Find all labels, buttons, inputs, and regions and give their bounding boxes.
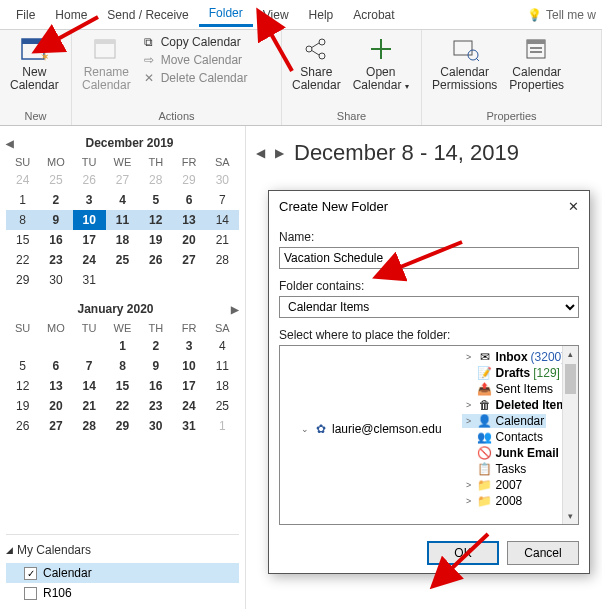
calendar-day[interactable]: 10: [73, 210, 106, 230]
calendar-day[interactable]: 6: [172, 190, 205, 210]
calendar-day[interactable]: 23: [139, 396, 172, 416]
calendar-day[interactable]: 20: [172, 230, 205, 250]
tab-help[interactable]: Help: [299, 4, 344, 26]
calendar-day[interactable]: 11: [206, 356, 239, 376]
delete-calendar-button[interactable]: ✕Delete Calendar: [137, 70, 252, 86]
calendar-day[interactable]: 11: [106, 210, 139, 230]
calendar-day[interactable]: 30: [139, 416, 172, 436]
calendar-day[interactable]: 13: [39, 376, 72, 396]
calendar-day[interactable]: 22: [6, 250, 39, 270]
tell-me[interactable]: 💡 Tell me w: [527, 8, 596, 22]
folder-contains-select[interactable]: Calendar Items: [279, 296, 579, 318]
tab-view[interactable]: View: [253, 4, 299, 26]
calendar-day[interactable]: 21: [206, 230, 239, 250]
calendar-day[interactable]: 28: [206, 250, 239, 270]
calendar-day[interactable]: 16: [39, 230, 72, 250]
cancel-button[interactable]: Cancel: [507, 541, 579, 565]
copy-calendar-button[interactable]: ⧉Copy Calendar: [137, 34, 252, 50]
calendar-day[interactable]: 19: [139, 230, 172, 250]
calendar-day[interactable]: 29: [6, 270, 39, 290]
open-calendar-button[interactable]: Open Calendar ▾: [347, 32, 415, 95]
calendar-day[interactable]: 18: [106, 230, 139, 250]
calendar-day[interactable]: 3: [172, 336, 205, 356]
tab-file[interactable]: File: [6, 4, 45, 26]
calendar-day[interactable]: 29: [106, 416, 139, 436]
calendar-day[interactable]: 16: [139, 376, 172, 396]
calendar-day[interactable]: 30: [206, 170, 239, 190]
calendar-day[interactable]: 6: [39, 356, 72, 376]
calendar-list-item[interactable]: ✓Calendar: [6, 563, 239, 583]
checkbox[interactable]: [24, 587, 37, 600]
calendar-day[interactable]: 27: [39, 416, 72, 436]
calendar-day[interactable]: 29: [172, 170, 205, 190]
calendar-day[interactable]: 24: [6, 170, 39, 190]
prev-month-icon[interactable]: ◀: [6, 138, 14, 149]
move-calendar-button[interactable]: ⇨Move Calendar: [137, 52, 252, 68]
calendar-day[interactable]: 12: [6, 376, 39, 396]
calendar-day[interactable]: 15: [6, 230, 39, 250]
calendar-day[interactable]: 18: [206, 376, 239, 396]
calendar-day[interactable]: 24: [172, 396, 205, 416]
prev-week-icon[interactable]: ◀: [256, 146, 265, 160]
calendar-day[interactable]: 3: [73, 190, 106, 210]
calendar-day[interactable]: 1: [6, 190, 39, 210]
calendar-day[interactable]: 9: [39, 210, 72, 230]
calendar-day[interactable]: 1: [106, 336, 139, 356]
calendar-permissions-button[interactable]: Calendar Permissions: [426, 32, 503, 94]
calendar-day[interactable]: [39, 336, 72, 356]
calendar-day[interactable]: 10: [172, 356, 205, 376]
calendar-day[interactable]: 5: [6, 356, 39, 376]
calendar-day[interactable]: 17: [172, 376, 205, 396]
tree-scrollbar[interactable]: ▴ ▾: [562, 346, 578, 524]
calendar-day[interactable]: 22: [106, 396, 139, 416]
calendar-day[interactable]: 26: [73, 170, 106, 190]
calendar-day[interactable]: 23: [39, 250, 72, 270]
calendar-day[interactable]: 17: [73, 230, 106, 250]
folder-name-input[interactable]: [279, 247, 579, 269]
calendar-day[interactable]: 2: [139, 336, 172, 356]
calendar-day[interactable]: 9: [139, 356, 172, 376]
calendar-day[interactable]: 12: [139, 210, 172, 230]
calendar-day[interactable]: 19: [6, 396, 39, 416]
next-week-icon[interactable]: ▶: [275, 146, 284, 160]
my-calendars-header[interactable]: ◢ My Calendars: [6, 543, 239, 557]
scroll-thumb[interactable]: [565, 364, 576, 394]
calendar-day[interactable]: 24: [73, 250, 106, 270]
tab-home[interactable]: Home: [45, 4, 97, 26]
new-calendar-button[interactable]: ✶ New Calendar: [4, 32, 65, 94]
calendar-day[interactable]: 27: [106, 170, 139, 190]
calendar-day[interactable]: 4: [106, 190, 139, 210]
tree-root-item[interactable]: ⌄✿laurie@clemson.edu>✉Inbox (3200)📝Draft…: [298, 348, 576, 510]
tab-folder[interactable]: Folder: [199, 2, 253, 27]
tab-acrobat[interactable]: Acrobat: [343, 4, 404, 26]
calendar-day[interactable]: 8: [106, 356, 139, 376]
calendar-day[interactable]: 21: [73, 396, 106, 416]
calendar-day[interactable]: 13: [172, 210, 205, 230]
calendar-day[interactable]: 7: [206, 190, 239, 210]
calendar-day[interactable]: 5: [139, 190, 172, 210]
calendar-day[interactable]: 4: [206, 336, 239, 356]
folder-tree[interactable]: ⌄✿laurie@clemson.edu>✉Inbox (3200)📝Draft…: [279, 345, 579, 525]
calendar-day[interactable]: 1: [206, 416, 239, 436]
calendar-day[interactable]: 20: [39, 396, 72, 416]
tab-send-receive[interactable]: Send / Receive: [97, 4, 198, 26]
calendar-day[interactable]: [139, 270, 172, 290]
calendar-day[interactable]: 15: [106, 376, 139, 396]
scroll-up-icon[interactable]: ▴: [563, 346, 578, 362]
share-calendar-button[interactable]: Share Calendar: [286, 32, 347, 94]
calendar-properties-button[interactable]: Calendar Properties: [503, 32, 570, 94]
calendar-day[interactable]: [73, 336, 106, 356]
ok-button[interactable]: OK: [427, 541, 499, 565]
rename-calendar-button[interactable]: Rename Calendar: [76, 32, 137, 94]
calendar-day[interactable]: 31: [172, 416, 205, 436]
calendar-day[interactable]: [106, 270, 139, 290]
calendar-day[interactable]: 25: [206, 396, 239, 416]
calendar-day[interactable]: [6, 336, 39, 356]
calendar-day[interactable]: 27: [172, 250, 205, 270]
calendar-day[interactable]: 25: [106, 250, 139, 270]
close-icon[interactable]: ✕: [568, 199, 579, 214]
calendar-day[interactable]: 2: [39, 190, 72, 210]
calendar-day[interactable]: 30: [39, 270, 72, 290]
calendar-day[interactable]: 26: [139, 250, 172, 270]
calendar-day[interactable]: 8: [6, 210, 39, 230]
